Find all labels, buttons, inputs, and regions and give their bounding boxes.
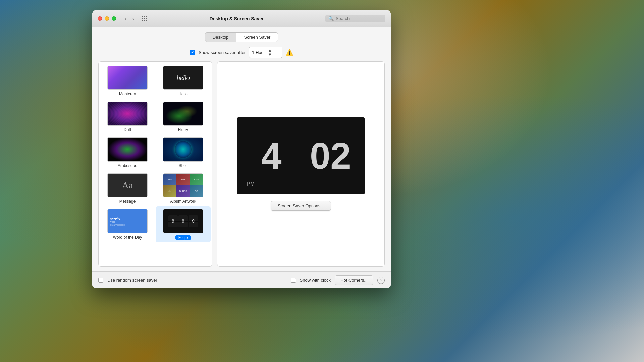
stepper-arrows[interactable]: ▲ ▼ xyxy=(268,48,272,57)
ss-thumb-album-artwork: IFS POP Acid elec BLUES PC xyxy=(163,173,203,197)
clock-pm: PM xyxy=(247,181,255,187)
ss-thumb-arabesque xyxy=(107,137,148,162)
wotd-text-3: bulary lexicog xyxy=(110,224,125,226)
screensaver-settings-row: ✓ Show screen saver after 1 Hour ▲ ▼ ⚠️ xyxy=(92,42,391,61)
album-cell-3: Acid xyxy=(190,174,203,185)
album-cell-6: PC xyxy=(190,185,203,197)
ss-label-fliqlo: Fliqlo xyxy=(175,235,192,240)
maximize-button[interactable] xyxy=(112,16,116,21)
ss-thumb-message: Aa xyxy=(107,173,148,197)
titlebar: ‹ › Desktop & Screen Saver 🔍 xyxy=(92,10,391,27)
fliqlo-digit-9: 9 xyxy=(168,215,178,227)
wotd-text-1: graphy xyxy=(110,217,120,220)
ss-label-drift: Drift xyxy=(124,127,131,132)
ss-label-word-of-day: Word of the Day xyxy=(113,235,142,240)
search-icon: 🔍 xyxy=(328,16,334,21)
bottom-bar: Use random screen saver Show with clock … xyxy=(92,272,391,288)
ss-thumb-drift xyxy=(107,102,148,126)
content: Desktop Screen Saver ✓ Show screen saver… xyxy=(92,27,391,288)
main-area: Monterey hello Hello Drift xyxy=(92,61,391,272)
album-cell-4: elec xyxy=(163,185,176,197)
time-value: 1 Hour xyxy=(252,50,265,55)
app-grid-button[interactable] xyxy=(140,15,148,23)
fliqlo-digit-0b: 0 xyxy=(189,215,198,227)
ss-label-shell: Shell xyxy=(179,163,188,168)
clock-preview: PM 4 02 xyxy=(237,117,365,194)
random-screensaver-label: Use random screen saver xyxy=(107,278,157,283)
time-select[interactable]: 1 Hour ▲ ▼ xyxy=(249,47,282,58)
album-cell-2: POP xyxy=(176,174,190,185)
screensaver-list[interactable]: Monterey hello Hello Drift xyxy=(98,61,212,267)
ss-label-arabesque: Arabesque xyxy=(118,163,137,168)
ss-label-monterey: Monterey xyxy=(119,92,136,96)
window: ‹ › Desktop & Screen Saver 🔍 Desktop Scr… xyxy=(92,10,391,288)
album-cell-5: BLUES xyxy=(176,185,190,197)
tab-desktop[interactable]: Desktop xyxy=(205,32,236,42)
clock-hour: 4 xyxy=(261,137,281,174)
forward-button[interactable]: › xyxy=(130,15,136,22)
show-with-clock-checkbox[interactable] xyxy=(291,278,296,283)
ss-item-message[interactable]: Aa Message xyxy=(100,171,155,206)
hot-corners-button[interactable]: Hot Corners... xyxy=(335,275,373,285)
ss-item-flurry[interactable]: Flurry xyxy=(156,99,211,134)
ss-label-album-artwork: Album Artwork xyxy=(170,199,196,204)
ss-item-hello[interactable]: hello Hello xyxy=(156,63,211,98)
nav-buttons: ‹ › xyxy=(123,15,136,22)
wotd-text-2: voca xyxy=(110,221,115,223)
ss-label-flurry: Flurry xyxy=(178,127,189,132)
screen-saver-options-button[interactable]: Screen Saver Options... xyxy=(271,201,331,211)
tab-screensaver[interactable]: Screen Saver xyxy=(236,32,278,42)
show-with-clock-label: Show with clock xyxy=(300,278,331,283)
preview-box: PM 4 02 Screen Saver Options... xyxy=(217,61,385,267)
traffic-lights xyxy=(98,16,116,21)
random-screensaver-checkbox[interactable] xyxy=(98,278,103,283)
ss-item-shell[interactable]: Shell xyxy=(156,135,211,170)
ss-item-fliqlo[interactable]: 9 0 0 Fliqlo xyxy=(156,206,211,242)
album-cell-1: IFS xyxy=(163,174,176,185)
ss-item-arabesque[interactable]: Arabesque xyxy=(100,135,155,170)
ss-item-monterey[interactable]: Monterey xyxy=(100,63,155,98)
ss-label-hello: Hello xyxy=(178,92,187,96)
search-box[interactable]: 🔍 xyxy=(325,15,385,22)
ss-thumb-monterey xyxy=(107,66,148,90)
back-button[interactable]: ‹ xyxy=(123,15,129,22)
ss-item-drift[interactable]: Drift xyxy=(100,99,155,134)
ss-item-word-of-day[interactable]: graphy voca bulary lexicog Word of the D… xyxy=(100,206,155,242)
preview-area: PM 4 02 Screen Saver Options... xyxy=(217,61,385,267)
clock-minute: 02 xyxy=(310,137,351,174)
clock-minute-box: 02 xyxy=(302,117,359,194)
ss-thumb-word-of-day: graphy voca bulary lexicog xyxy=(107,209,148,233)
close-button[interactable] xyxy=(98,16,102,21)
show-screensaver-checkbox[interactable]: ✓ xyxy=(190,50,195,55)
fliqlo-digit-0: 0 xyxy=(178,215,188,227)
ss-label-message: Message xyxy=(119,199,136,204)
ss-thumb-shell xyxy=(163,137,203,162)
minimize-button[interactable] xyxy=(105,16,109,21)
show-after-label: Show screen saver after xyxy=(199,50,246,55)
search-input[interactable] xyxy=(336,16,382,21)
screensaver-grid: Monterey hello Hello Drift xyxy=(99,62,212,244)
ss-item-album-artwork[interactable]: IFS POP Acid elec BLUES PC Album Artwork xyxy=(156,171,211,206)
help-button[interactable]: ? xyxy=(377,277,385,284)
window-title: Desktop & Screen Saver xyxy=(148,16,325,21)
ss-thumb-flurry xyxy=(163,102,203,126)
warning-icon: ⚠️ xyxy=(286,49,293,56)
ss-thumb-hello: hello xyxy=(163,66,203,90)
ss-thumb-fliqlo: 9 0 0 xyxy=(163,209,203,233)
tabs-row: Desktop Screen Saver xyxy=(92,27,391,42)
